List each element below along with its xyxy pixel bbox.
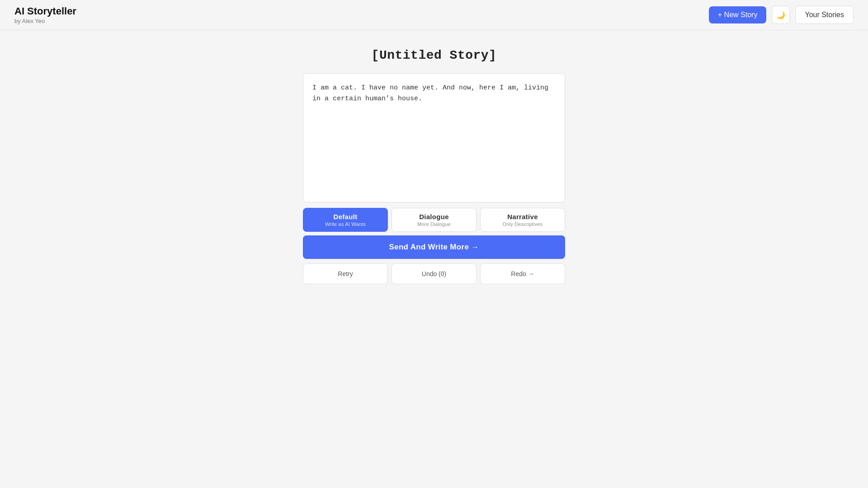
mode-dialogue-desc: More Dialogue: [417, 221, 451, 227]
action-buttons-group: Retry Undo (0) Redo →: [303, 263, 565, 284]
mode-button-narrative[interactable]: Narrative Only Descriptives: [480, 208, 565, 232]
retry-label: Retry: [338, 270, 353, 277]
mode-dialogue-name: Dialogue: [419, 213, 449, 221]
moon-icon: 🌙: [776, 11, 785, 19]
mode-buttons-group: Default Write as AI Wants Dialogue More …: [303, 208, 565, 232]
retry-button[interactable]: Retry: [303, 263, 388, 284]
story-title: [Untitled Story]: [372, 48, 497, 62]
redo-label: Redo →: [511, 270, 534, 277]
undo-label: Undo (0): [422, 270, 446, 277]
app-title: AI Storyteller: [14, 5, 76, 17]
story-textarea[interactable]: [303, 74, 565, 200]
mode-default-desc: Write as AI Wants: [325, 221, 366, 227]
app-branding: AI Storyteller by Alex Yeo: [14, 5, 76, 24]
new-story-button[interactable]: + New Story: [709, 6, 767, 23]
dark-mode-toggle[interactable]: 🌙: [772, 6, 790, 24]
send-write-more-button[interactable]: Send And Write More →: [303, 235, 565, 259]
app-header: AI Storyteller by Alex Yeo + New Story 🌙…: [0, 0, 868, 30]
mode-button-default[interactable]: Default Write as AI Wants: [303, 208, 388, 232]
main-content: [Untitled Story] Default Write as AI Wan…: [0, 30, 868, 302]
app-subtitle: by Alex Yeo: [14, 18, 76, 24]
mode-button-dialogue[interactable]: Dialogue More Dialogue: [392, 208, 476, 232]
your-stories-button[interactable]: Your Stories: [795, 6, 854, 24]
mode-default-name: Default: [334, 213, 358, 221]
redo-button[interactable]: Redo →: [480, 263, 565, 284]
undo-button[interactable]: Undo (0): [392, 263, 476, 284]
story-editor-container: [303, 73, 565, 202]
mode-narrative-desc: Only Descriptives: [503, 221, 543, 227]
mode-narrative-name: Narrative: [507, 213, 538, 221]
header-actions: + New Story 🌙 Your Stories: [709, 6, 854, 24]
